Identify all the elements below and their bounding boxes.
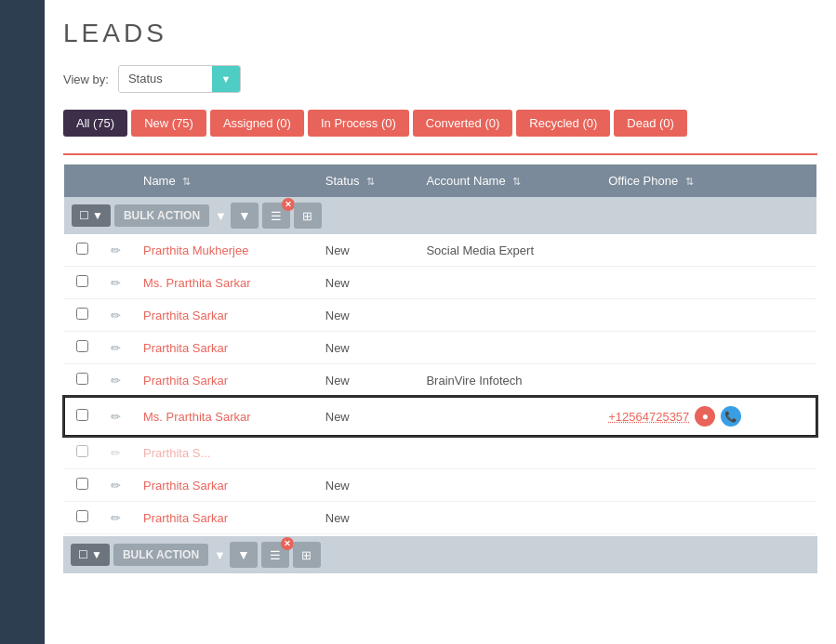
select-dropdown-button[interactable]: ☐ ▼	[72, 204, 111, 227]
bottom-grid-view-icon: ⊞	[301, 548, 312, 562]
row1-name-link[interactable]: Prarthita Mukherjee	[143, 243, 248, 257]
table-row: ✏ Ms. Prarthita Sarkar New	[64, 267, 816, 299]
row8-name-link[interactable]: Prarthita Sarkar	[143, 479, 228, 493]
top-toolbar-cell: ☐ ▼ BULK ACTION ▼ ▼ ☰ ✕	[64, 197, 816, 234]
row3-status-cell: New	[314, 299, 416, 332]
row7-edit-icon[interactable]: ✏	[111, 446, 121, 460]
row2-account-cell	[415, 267, 597, 299]
select-arrow-icon: ▼	[92, 209, 103, 222]
row8-checkbox[interactable]	[76, 478, 88, 490]
row6-checkbox[interactable]	[76, 409, 88, 421]
col-phone-label: Office Phone	[608, 174, 678, 188]
bulk-action-button[interactable]: BULK ACTION	[114, 204, 209, 227]
row8-phone-cell	[597, 469, 816, 502]
table-row: ✏ Prarthita Sarkar New BrainVire Infotec…	[64, 364, 816, 398]
bottom-list-view-button[interactable]: ☰ ✕	[261, 542, 289, 568]
row5-checkbox[interactable]	[76, 373, 88, 385]
row2-name-link[interactable]: Ms. Prarthita Sarkar	[143, 276, 251, 290]
row5-checkbox-cell	[64, 364, 100, 398]
row1-edit-cell: ✏	[100, 234, 132, 267]
row6-phone-wrapper: +12564725357 ● 📞	[608, 406, 804, 427]
bottom-filter-icon-button[interactable]: ▼	[230, 542, 258, 568]
grid-view-button[interactable]: ⊞	[294, 203, 322, 229]
th-name: Name ⇅	[132, 164, 314, 197]
tab-new[interactable]: New (75)	[131, 110, 206, 137]
row4-checkbox[interactable]	[76, 340, 88, 352]
row5-name-link[interactable]: Prarthita Sarkar	[143, 374, 228, 388]
row9-edit-icon[interactable]: ✏	[111, 511, 121, 525]
row8-account-cell	[415, 469, 597, 502]
row4-name-link[interactable]: Prarthita Sarkar	[143, 341, 228, 355]
name-sort-icon[interactable]: ⇅	[182, 176, 191, 188]
row7-name-cell: Prarthita S...	[132, 436, 314, 469]
view-by-select[interactable]: Status ▼	[118, 65, 241, 93]
row6-edit-icon[interactable]: ✏	[111, 410, 121, 424]
call-icon-button[interactable]: 📞	[721, 406, 741, 427]
tab-recycled[interactable]: Recycled (0)	[516, 110, 610, 137]
row2-name-cell: Ms. Prarthita Sarkar	[132, 267, 314, 299]
list-view-icon: ☰	[271, 209, 282, 223]
bottom-toolbar: ☐ ▼ BULK ACTION ▼ ▼ ☰ ✕ ⊞	[63, 536, 817, 573]
row7-checkbox-cell	[64, 436, 100, 469]
tab-assigned[interactable]: Assigned (0)	[210, 110, 304, 137]
row2-status-cell: New	[314, 267, 416, 299]
view-by-arrow-icon[interactable]: ▼	[212, 65, 240, 93]
row6-checkbox-cell	[64, 397, 100, 436]
row3-name-link[interactable]: Prarthita Sarkar	[143, 309, 228, 322]
whatsapp-icon-button[interactable]: ●	[695, 406, 715, 427]
bottom-bulk-action-button[interactable]: BULK ACTION	[113, 544, 208, 566]
phone-sort-icon[interactable]: ⇅	[685, 176, 694, 188]
row2-checkbox[interactable]	[76, 275, 88, 287]
row9-account-cell	[415, 502, 597, 534]
row7-checkbox[interactable]	[76, 445, 88, 457]
tab-dead[interactable]: Dead (0)	[614, 110, 687, 137]
bulk-action-arrow: ▼	[215, 209, 227, 223]
col-status-label: Status	[325, 174, 360, 188]
list-view-button[interactable]: ☰ ✕	[262, 203, 290, 229]
tab-all[interactable]: All (75)	[63, 110, 127, 137]
th-checkbox	[64, 164, 100, 197]
row4-edit-icon[interactable]: ✏	[111, 341, 121, 355]
row9-checkbox[interactable]	[76, 510, 88, 522]
row8-name-cell: Prarthita Sarkar	[132, 469, 314, 502]
row6-name-link[interactable]: Ms. Prarthita Sarkar	[143, 410, 251, 424]
row3-account-cell	[415, 299, 597, 332]
row9-edit-cell: ✏	[100, 502, 132, 534]
grid-view-icon: ⊞	[302, 209, 312, 223]
tab-in-process[interactable]: In Process (0)	[308, 110, 409, 137]
filter-icon: ▼	[238, 208, 251, 223]
row1-checkbox[interactable]	[76, 243, 88, 255]
row3-edit-icon[interactable]: ✏	[111, 309, 121, 322]
row7-account-cell	[415, 436, 597, 469]
row6-phone-number[interactable]: +12564725357	[608, 410, 689, 424]
row2-phone-cell	[597, 267, 816, 299]
row7-status-cell	[314, 436, 416, 469]
th-office-phone: Office Phone ⇅	[597, 164, 816, 197]
row2-edit-cell: ✏	[100, 267, 132, 299]
top-toolbar-inner: ☐ ▼ BULK ACTION ▼ ▼ ☰ ✕	[72, 203, 809, 229]
whatsapp-icon: ●	[702, 410, 709, 423]
bottom-select-arrow-icon: ▼	[91, 548, 102, 561]
row3-checkbox-cell	[64, 299, 100, 332]
row5-phone-cell	[597, 364, 816, 398]
row1-edit-icon[interactable]: ✏	[111, 243, 121, 257]
row5-edit-cell: ✏	[100, 364, 132, 398]
row3-checkbox[interactable]	[76, 308, 88, 320]
tab-converted[interactable]: Converted (0)	[413, 110, 512, 137]
row9-name-cell: Prarthita Sarkar	[132, 502, 314, 534]
row5-status-cell: New	[314, 364, 416, 398]
row5-account-cell: BrainVire Infotech	[415, 364, 597, 398]
filter-icon-button[interactable]: ▼	[231, 203, 259, 229]
row9-name-link[interactable]: Prarthita Sarkar	[143, 511, 228, 525]
row3-name-cell: Prarthita Sarkar	[132, 299, 314, 332]
row2-edit-icon[interactable]: ✏	[111, 276, 121, 290]
row5-edit-icon[interactable]: ✏	[111, 374, 121, 388]
bottom-select-dropdown-button[interactable]: ☐ ▼	[71, 544, 110, 566]
status-sort-icon[interactable]: ⇅	[366, 176, 375, 188]
row7-phone-cell	[597, 436, 816, 469]
bottom-grid-view-button[interactable]: ⊞	[293, 542, 321, 568]
row1-phone-cell	[597, 234, 816, 267]
view-by-value: Status	[119, 65, 212, 93]
account-sort-icon[interactable]: ⇅	[512, 176, 521, 188]
row8-edit-icon[interactable]: ✏	[111, 479, 121, 493]
